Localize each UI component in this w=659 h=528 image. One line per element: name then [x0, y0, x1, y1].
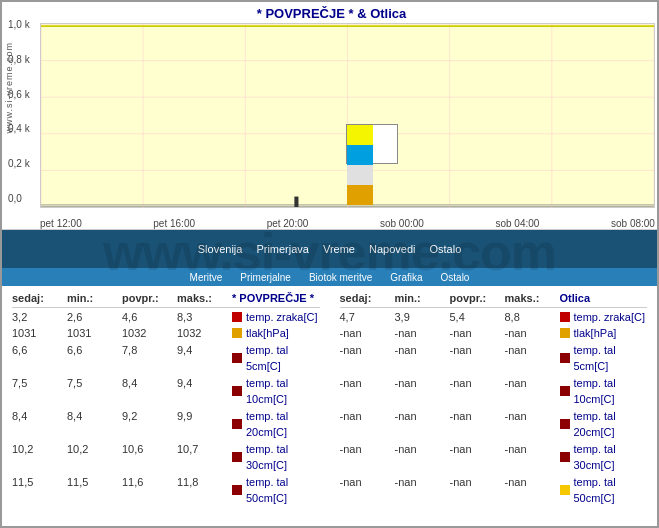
table-otlica-header: sedaj: min.: povpr.: maks.: Otlica — [340, 290, 648, 308]
cell-povpr: -nan — [450, 408, 505, 441]
cell-maks: -nan — [505, 474, 560, 507]
cell-maks: -nan — [505, 441, 560, 474]
cell-povpr: -nan — [450, 342, 505, 375]
cell-maks: 9,4 — [177, 342, 232, 375]
table-povprecje: sedaj: min.: povpr.: maks.: * POVPREČJE … — [12, 290, 320, 507]
legend-color-box — [232, 386, 242, 396]
cell-sedaj: -nan — [340, 342, 395, 375]
table-row: -nan -nan -nan -nan temp. tal 50cm[C] — [340, 474, 648, 507]
cell-povpr: 11,6 — [122, 474, 177, 507]
cell-povpr: -nan — [450, 325, 505, 342]
nav-sub-biotok[interactable]: Biotok meritve — [309, 272, 372, 283]
cell-min: 7,5 — [67, 375, 122, 408]
cell-sedaj: 7,5 — [12, 375, 67, 408]
table-row: 7,5 7,5 8,4 9,4 temp. tal 10cm[C] — [12, 375, 320, 408]
cell-min: -nan — [395, 375, 450, 408]
col-povpr: povpr.: — [122, 290, 177, 307]
table-row: 11,5 11,5 11,6 11,8 temp. tal 50cm[C] — [12, 474, 320, 507]
table-row: 6,6 6,6 7,8 9,4 temp. tal 5cm[C] — [12, 342, 320, 375]
cell-maks: 9,9 — [177, 408, 232, 441]
cell-min: 2,6 — [67, 309, 122, 326]
table-row: -nan -nan -nan -nan tlak[hPa] — [340, 325, 648, 342]
cell-povpr: 9,2 — [122, 408, 177, 441]
legend-color-box — [560, 386, 570, 396]
nav-sub-primerjalne[interactable]: Primerjalne — [240, 272, 291, 283]
cell-label: temp. tal 20cm[C] — [232, 408, 320, 441]
col-min-o: min.: — [395, 290, 450, 307]
cell-label: tlak[hPa] — [232, 325, 320, 342]
cell-povpr: -nan — [450, 441, 505, 474]
cell-label: temp. tal 5cm[C] — [560, 342, 648, 375]
table-otlica-rows: 4,7 3,9 5,4 8,8 temp. zraka[C] -nan -nan… — [340, 309, 648, 507]
x-axis: pet 12:00 pet 16:00 pet 20:00 sob 00:00 … — [40, 218, 655, 229]
col-min: min.: — [67, 290, 122, 307]
y-axis: 1,0 k 0,8 k 0,6 k 0,4 k 0,2 k 0,0 — [8, 19, 30, 204]
legend-yellow — [347, 125, 373, 145]
cell-min: 8,4 — [67, 408, 122, 441]
cell-povpr: -nan — [450, 375, 505, 408]
cell-maks: 9,4 — [177, 375, 232, 408]
cell-min: -nan — [395, 441, 450, 474]
cell-maks: 8,3 — [177, 309, 232, 326]
legend-orange — [347, 185, 373, 205]
cell-povpr: 1032 — [122, 325, 177, 342]
legend-color-box — [560, 485, 570, 495]
table-povprecje-rows: 3,2 2,6 4,6 8,3 temp. zraka[C] 1031 1031… — [12, 309, 320, 507]
table-row: 10,2 10,2 10,6 10,7 temp. tal 30cm[C] — [12, 441, 320, 474]
cell-sedaj: 6,6 — [12, 342, 67, 375]
cell-sedaj: -nan — [340, 325, 395, 342]
col-maks: maks.: — [177, 290, 232, 307]
legend-color-box — [232, 312, 242, 322]
cell-sedaj: -nan — [340, 375, 395, 408]
cell-maks: 8,8 — [505, 309, 560, 326]
table-row: 4,7 3,9 5,4 8,8 temp. zraka[C] — [340, 309, 648, 326]
nav-sub-ostalo[interactable]: Ostalo — [441, 272, 470, 283]
table-povprecje-header: sedaj: min.: povpr.: maks.: * POVPREČJE … — [12, 290, 320, 308]
cell-label: temp. tal 50cm[C] — [232, 474, 320, 507]
chart-area: * POVPREČJE * & Otlica www.si-vreme.com … — [2, 2, 659, 230]
cell-label: temp. zraka[C] — [232, 309, 320, 326]
chart-plot — [40, 23, 655, 208]
cell-min: -nan — [395, 474, 450, 507]
legend-gray — [347, 165, 373, 185]
table-otlica: sedaj: min.: povpr.: maks.: Otlica 4,7 3… — [340, 290, 648, 507]
nav-sub-grafika[interactable]: Grafika — [390, 272, 422, 283]
cell-label: tlak[hPa] — [560, 325, 648, 342]
cell-povpr: 8,4 — [122, 375, 177, 408]
cell-sedaj: -nan — [340, 408, 395, 441]
nav-bar-sub: Meritve Primerjalne Biotok meritve Grafi… — [2, 268, 657, 286]
table-row: -nan -nan -nan -nan temp. tal 20cm[C] — [340, 408, 648, 441]
cell-min: 6,6 — [67, 342, 122, 375]
legend-color-box — [560, 419, 570, 429]
cell-min: -nan — [395, 325, 450, 342]
cell-label: temp. tal 5cm[C] — [232, 342, 320, 375]
legend-color-box — [560, 312, 570, 322]
cell-label: temp. zraka[C] — [560, 309, 648, 326]
table-row: 3,2 2,6 4,6 8,3 temp. zraka[C] — [12, 309, 320, 326]
cell-povpr: 7,8 — [122, 342, 177, 375]
cell-povpr: 5,4 — [450, 309, 505, 326]
cell-sedaj: 11,5 — [12, 474, 67, 507]
chart-title: * POVPREČJE * & Otlica — [2, 2, 659, 23]
cell-label: temp. tal 30cm[C] — [232, 441, 320, 474]
legend-color-box — [560, 353, 570, 363]
legend-color-box — [560, 452, 570, 462]
nav-ostalo[interactable]: Ostalo — [429, 243, 461, 255]
nav-bar: Slovenija Primerjava Vreme Napovedi Osta… — [2, 230, 657, 268]
nav-sub-meritve[interactable]: Meritve — [190, 272, 223, 283]
nav-vreme[interactable]: Vreme — [323, 243, 355, 255]
cell-label: temp. tal 50cm[C] — [560, 474, 648, 507]
nav-napovedi[interactable]: Napovedi — [369, 243, 415, 255]
table-row: -nan -nan -nan -nan temp. tal 5cm[C] — [340, 342, 648, 375]
col-povpr-o: povpr.: — [450, 290, 505, 307]
cell-maks: -nan — [505, 408, 560, 441]
cell-sedaj: 3,2 — [12, 309, 67, 326]
cell-min: 1031 — [67, 325, 122, 342]
col-sedaj-o: sedaj: — [340, 290, 395, 307]
svg-rect-15 — [294, 197, 298, 207]
nav-slovenija[interactable]: Slovenija — [198, 243, 243, 255]
cell-sedaj: 10,2 — [12, 441, 67, 474]
nav-primerjava[interactable]: Primerjava — [256, 243, 309, 255]
col-title-otlica: Otlica — [560, 290, 648, 307]
cell-label: temp. tal 30cm[C] — [560, 441, 648, 474]
